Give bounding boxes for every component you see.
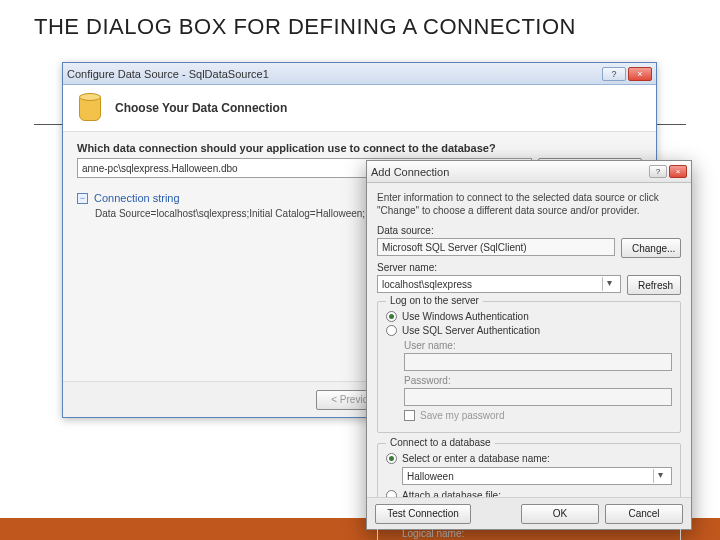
dialog-title: Add Connection [371,166,449,178]
logon-group-title: Log on to the server [386,295,483,306]
connection-combo-value: anne-pc\sqlexpress.Halloween.dbo [82,163,238,174]
server-name-value: localhost\sqlexpress [382,279,472,290]
password-field [404,388,672,406]
auth-windows-radio[interactable]: Use Windows Authentication [386,311,672,322]
logical-name-label: Logical name: [402,528,672,539]
server-name-label: Server name: [377,262,681,273]
help-button[interactable]: ? [649,165,667,178]
test-connection-button[interactable]: Test Connection [375,504,471,524]
help-button[interactable]: ? [602,67,626,81]
dialog-footer: Test Connection OK Cancel [367,497,691,529]
close-button[interactable]: × [628,67,652,81]
data-source-value: Microsoft SQL Server (SqlClient) [382,242,527,253]
database-name-combo[interactable]: Halloween ▾ [402,467,672,485]
expander-label: Connection string [94,192,180,204]
auth-windows-label: Use Windows Authentication [402,311,529,322]
server-name-combo[interactable]: localhost\sqlexpress ▾ [377,275,621,293]
cancel-button[interactable]: Cancel [605,504,683,524]
slide-title: THE DIALOG BOX FOR DEFINING A CONNECTION [0,0,720,48]
radio-icon [386,325,397,336]
username-field [404,353,672,371]
logon-group: Log on to the server Use Windows Authent… [377,301,681,433]
auth-sql-radio[interactable]: Use SQL Server Authentication [386,325,672,336]
save-password-label: Save my password [420,410,504,421]
database-icon [75,93,105,123]
radio-icon [386,453,397,464]
data-source-label: Data source: [377,225,681,236]
data-source-field: Microsoft SQL Server (SqlClient) [377,238,615,256]
select-db-radio[interactable]: Select or enter a database name: [386,453,672,464]
wizard-header: Choose Your Data Connection [63,85,656,132]
wizard-titlebar[interactable]: Configure Data Source - SqlDataSource1 ?… [63,63,656,85]
ok-button[interactable]: OK [521,504,599,524]
chevron-down-icon: ▾ [602,277,616,291]
database-group-title: Connect to a database [386,437,495,448]
change-button[interactable]: Change... [621,238,681,258]
radio-icon [386,311,397,322]
select-db-label: Select or enter a database name: [402,453,550,464]
connection-question: Which data connection should your applic… [77,142,642,154]
add-connection-dialog: Add Connection ? × Enter information to … [366,160,692,530]
password-label: Password: [404,375,672,386]
auth-sql-label: Use SQL Server Authentication [402,325,540,336]
save-password-check: Save my password [404,410,672,421]
wizard-step-title: Choose Your Data Connection [115,101,287,115]
close-button[interactable]: × [669,165,687,178]
add-connection-titlebar[interactable]: Add Connection ? × [367,161,691,183]
collapse-icon: − [77,193,88,204]
chevron-down-icon: ▾ [653,469,667,483]
wizard-title: Configure Data Source - SqlDataSource1 [67,68,269,80]
refresh-button[interactable]: Refresh [627,275,681,295]
checkbox-icon [404,410,415,421]
database-name-value: Halloween [407,471,454,482]
dialog-intro: Enter information to connect to the sele… [377,191,681,217]
username-label: User name: [404,340,672,351]
